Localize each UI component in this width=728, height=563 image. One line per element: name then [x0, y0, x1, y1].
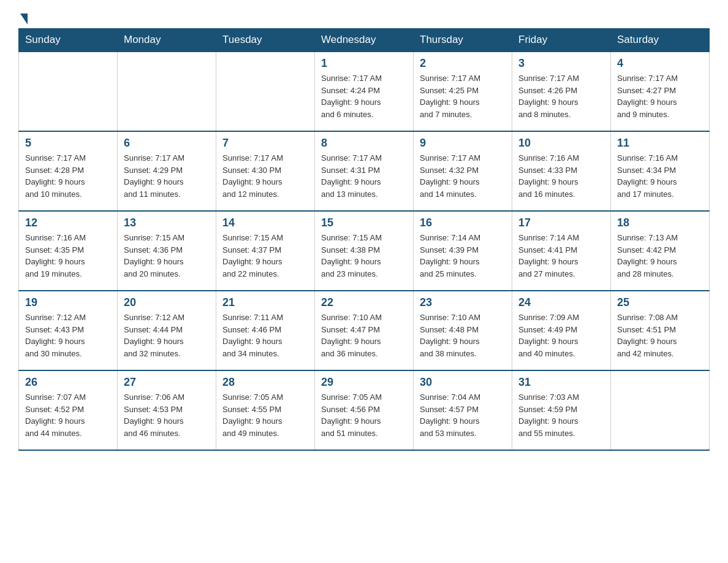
- day-info: Sunrise: 7:12 AM Sunset: 4:43 PM Dayligh…: [25, 312, 111, 359]
- weekday-header-tuesday: Tuesday: [216, 29, 315, 52]
- calendar-week-row: 1Sunrise: 7:17 AM Sunset: 4:24 PM Daylig…: [19, 52, 710, 131]
- day-info: Sunrise: 7:17 AM Sunset: 4:25 PM Dayligh…: [420, 72, 506, 120]
- calendar-cell: 6Sunrise: 7:17 AM Sunset: 4:29 PM Daylig…: [118, 131, 216, 211]
- calendar-cell: 2Sunrise: 7:17 AM Sunset: 4:25 PM Daylig…: [414, 52, 512, 131]
- calendar-header: SundayMondayTuesdayWednesdayThursdayFrid…: [19, 29, 710, 52]
- day-info: Sunrise: 7:15 AM Sunset: 4:37 PM Dayligh…: [222, 232, 308, 280]
- day-info: Sunrise: 7:17 AM Sunset: 4:29 PM Dayligh…: [124, 152, 210, 200]
- calendar-cell: 28Sunrise: 7:05 AM Sunset: 4:55 PM Dayli…: [216, 370, 315, 450]
- day-info: Sunrise: 7:04 AM Sunset: 4:57 PM Dayligh…: [420, 391, 506, 439]
- calendar-cell: 1Sunrise: 7:17 AM Sunset: 4:24 PM Daylig…: [315, 52, 414, 131]
- day-number: 18: [617, 216, 703, 229]
- calendar-cell: 30Sunrise: 7:04 AM Sunset: 4:57 PM Dayli…: [414, 370, 512, 450]
- day-number: 13: [124, 216, 210, 229]
- calendar-cell: 8Sunrise: 7:17 AM Sunset: 4:31 PM Daylig…: [315, 131, 414, 211]
- day-number: 26: [25, 376, 111, 389]
- day-info: Sunrise: 7:17 AM Sunset: 4:32 PM Dayligh…: [420, 152, 506, 200]
- day-number: 20: [124, 296, 210, 309]
- day-info: Sunrise: 7:11 AM Sunset: 4:46 PM Dayligh…: [222, 312, 308, 359]
- day-number: 29: [321, 376, 407, 389]
- day-info: Sunrise: 7:14 AM Sunset: 4:41 PM Dayligh…: [518, 232, 604, 280]
- day-info: Sunrise: 7:15 AM Sunset: 4:36 PM Dayligh…: [124, 232, 210, 280]
- day-number: 21: [222, 296, 308, 309]
- calendar-cell: 29Sunrise: 7:05 AM Sunset: 4:56 PM Dayli…: [315, 370, 414, 450]
- calendar-cell: 9Sunrise: 7:17 AM Sunset: 4:32 PM Daylig…: [414, 131, 512, 211]
- day-info: Sunrise: 7:17 AM Sunset: 4:27 PM Dayligh…: [617, 72, 703, 120]
- calendar-cell: 12Sunrise: 7:16 AM Sunset: 4:35 PM Dayli…: [19, 211, 118, 291]
- calendar-cell: 19Sunrise: 7:12 AM Sunset: 4:43 PM Dayli…: [19, 291, 118, 370]
- calendar-cell: 27Sunrise: 7:06 AM Sunset: 4:53 PM Dayli…: [118, 370, 216, 450]
- day-info: Sunrise: 7:05 AM Sunset: 4:55 PM Dayligh…: [222, 391, 308, 439]
- calendar-cell: 23Sunrise: 7:10 AM Sunset: 4:48 PM Dayli…: [414, 291, 512, 370]
- day-number: 2: [420, 57, 506, 70]
- day-number: 5: [25, 137, 111, 150]
- day-info: Sunrise: 7:12 AM Sunset: 4:44 PM Dayligh…: [124, 312, 210, 359]
- calendar-cell: 31Sunrise: 7:03 AM Sunset: 4:59 PM Dayli…: [512, 370, 611, 450]
- calendar-cell: 4Sunrise: 7:17 AM Sunset: 4:27 PM Daylig…: [611, 52, 710, 131]
- calendar-cell: 21Sunrise: 7:11 AM Sunset: 4:46 PM Dayli…: [216, 291, 315, 370]
- calendar-week-row: 19Sunrise: 7:12 AM Sunset: 4:43 PM Dayli…: [19, 291, 710, 370]
- day-info: Sunrise: 7:10 AM Sunset: 4:47 PM Dayligh…: [321, 312, 407, 359]
- day-number: 15: [321, 216, 407, 229]
- day-number: 28: [222, 376, 308, 389]
- calendar-cell: [118, 52, 216, 131]
- calendar-cell: 25Sunrise: 7:08 AM Sunset: 4:51 PM Dayli…: [611, 291, 710, 370]
- day-number: 9: [420, 137, 506, 150]
- day-info: Sunrise: 7:08 AM Sunset: 4:51 PM Dayligh…: [617, 312, 703, 359]
- day-info: Sunrise: 7:17 AM Sunset: 4:30 PM Dayligh…: [222, 152, 308, 200]
- day-info: Sunrise: 7:17 AM Sunset: 4:31 PM Dayligh…: [321, 152, 407, 200]
- weekday-header-sunday: Sunday: [19, 29, 118, 52]
- calendar-body: 1Sunrise: 7:17 AM Sunset: 4:24 PM Daylig…: [19, 52, 710, 450]
- calendar-cell: 13Sunrise: 7:15 AM Sunset: 4:36 PM Dayli…: [118, 211, 216, 291]
- day-number: 1: [321, 57, 407, 70]
- calendar-cell: [611, 370, 710, 450]
- day-number: 8: [321, 137, 407, 150]
- day-number: 23: [420, 296, 506, 309]
- day-info: Sunrise: 7:03 AM Sunset: 4:59 PM Dayligh…: [518, 391, 604, 439]
- day-info: Sunrise: 7:16 AM Sunset: 4:34 PM Dayligh…: [617, 152, 703, 200]
- calendar-cell: 20Sunrise: 7:12 AM Sunset: 4:44 PM Dayli…: [118, 291, 216, 370]
- day-info: Sunrise: 7:09 AM Sunset: 4:49 PM Dayligh…: [518, 312, 604, 359]
- calendar-table: SundayMondayTuesdayWednesdayThursdayFrid…: [18, 28, 710, 451]
- weekday-header-monday: Monday: [118, 29, 216, 52]
- day-info: Sunrise: 7:16 AM Sunset: 4:35 PM Dayligh…: [25, 232, 111, 280]
- day-info: Sunrise: 7:17 AM Sunset: 4:24 PM Dayligh…: [321, 72, 407, 120]
- day-number: 10: [518, 137, 604, 150]
- day-number: 11: [617, 137, 703, 150]
- day-number: 30: [420, 376, 506, 389]
- calendar-cell: 14Sunrise: 7:15 AM Sunset: 4:37 PM Dayli…: [216, 211, 315, 291]
- day-number: 24: [518, 296, 604, 309]
- calendar-cell: [216, 52, 315, 131]
- day-number: 17: [518, 216, 604, 229]
- day-number: 19: [25, 296, 111, 309]
- day-number: 27: [124, 376, 210, 389]
- calendar-cell: 18Sunrise: 7:13 AM Sunset: 4:42 PM Dayli…: [611, 211, 710, 291]
- logo: [18, 12, 28, 22]
- day-info: Sunrise: 7:13 AM Sunset: 4:42 PM Dayligh…: [617, 232, 703, 280]
- calendar-cell: 5Sunrise: 7:17 AM Sunset: 4:28 PM Daylig…: [19, 131, 118, 211]
- day-number: 7: [222, 137, 308, 150]
- day-number: 3: [518, 57, 604, 70]
- day-info: Sunrise: 7:16 AM Sunset: 4:33 PM Dayligh…: [518, 152, 604, 200]
- calendar-cell: 7Sunrise: 7:17 AM Sunset: 4:30 PM Daylig…: [216, 131, 315, 211]
- calendar-cell: 11Sunrise: 7:16 AM Sunset: 4:34 PM Dayli…: [611, 131, 710, 211]
- day-number: 22: [321, 296, 407, 309]
- weekday-header-row: SundayMondayTuesdayWednesdayThursdayFrid…: [19, 29, 710, 52]
- calendar-cell: 15Sunrise: 7:15 AM Sunset: 4:38 PM Dayli…: [315, 211, 414, 291]
- day-info: Sunrise: 7:17 AM Sunset: 4:28 PM Dayligh…: [25, 152, 111, 200]
- weekday-header-saturday: Saturday: [611, 29, 710, 52]
- calendar-week-row: 5Sunrise: 7:17 AM Sunset: 4:28 PM Daylig…: [19, 131, 710, 211]
- calendar-cell: 16Sunrise: 7:14 AM Sunset: 4:39 PM Dayli…: [414, 211, 512, 291]
- day-number: 25: [617, 296, 703, 309]
- weekday-header-wednesday: Wednesday: [315, 29, 414, 52]
- calendar-cell: [19, 52, 118, 131]
- calendar-cell: 26Sunrise: 7:07 AM Sunset: 4:52 PM Dayli…: [19, 370, 118, 450]
- day-number: 4: [617, 57, 703, 70]
- day-info: Sunrise: 7:06 AM Sunset: 4:53 PM Dayligh…: [124, 391, 210, 439]
- calendar-cell: 24Sunrise: 7:09 AM Sunset: 4:49 PM Dayli…: [512, 291, 611, 370]
- weekday-header-friday: Friday: [512, 29, 611, 52]
- calendar-week-row: 26Sunrise: 7:07 AM Sunset: 4:52 PM Dayli…: [19, 370, 710, 450]
- day-number: 14: [222, 216, 308, 229]
- day-info: Sunrise: 7:07 AM Sunset: 4:52 PM Dayligh…: [25, 391, 111, 439]
- calendar-cell: 3Sunrise: 7:17 AM Sunset: 4:26 PM Daylig…: [512, 52, 611, 131]
